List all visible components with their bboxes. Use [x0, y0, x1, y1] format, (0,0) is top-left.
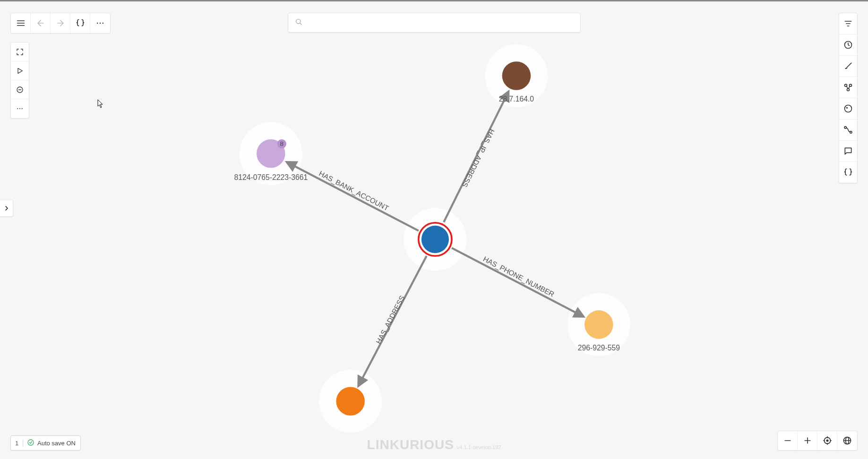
- svg-point-12: [103, 23, 104, 24]
- edge-label-phone: HAS_PHONE_NUMBER: [482, 255, 556, 298]
- node-bank-badge-text: 8: [280, 140, 284, 147]
- svg-point-10: [97, 23, 98, 24]
- node-addr[interactable]: [336, 387, 365, 416]
- top-toolbar: [10, 13, 111, 34]
- menu-button[interactable]: [11, 13, 31, 33]
- edge-label-addr: HAS_ADDRESS: [374, 294, 406, 345]
- search-bar: [288, 13, 581, 33]
- filter-icon: [843, 19, 853, 28]
- svg-point-31: [846, 107, 848, 109]
- clock-icon: [843, 40, 853, 50]
- search-icon: [295, 18, 302, 27]
- collapse-button[interactable]: [11, 80, 29, 99]
- node-ip[interactable]: [502, 61, 531, 90]
- history-button[interactable]: [839, 34, 857, 55]
- zoom-controls: [777, 431, 858, 450]
- layout-button[interactable]: [11, 61, 29, 80]
- svg-point-46: [28, 440, 34, 445]
- check-circle-icon: [27, 439, 34, 448]
- fullscreen-icon: [16, 48, 24, 56]
- path-icon: [843, 125, 853, 135]
- minus-circle-icon: [16, 86, 24, 94]
- dots-horizontal-icon: [16, 105, 24, 112]
- svg-point-30: [845, 105, 852, 112]
- watermark-brand: LINKURIOUS: [367, 437, 454, 452]
- center-node[interactable]: [421, 226, 449, 253]
- node-phone[interactable]: [584, 310, 613, 339]
- minus-icon: [783, 436, 792, 445]
- comment-button[interactable]: [839, 141, 857, 162]
- svg-point-20: [22, 108, 23, 109]
- fullscreen-button[interactable]: [11, 42, 29, 61]
- right-tools: [839, 13, 858, 183]
- brush-icon: [843, 61, 853, 71]
- world-button[interactable]: [837, 431, 857, 450]
- back-button[interactable]: [31, 13, 51, 33]
- svg-point-3: [567, 293, 630, 356]
- query-button[interactable]: [70, 13, 90, 33]
- edge-has-bank-account[interactable]: [287, 162, 419, 230]
- grouping-button[interactable]: [839, 77, 857, 98]
- autosave-count: 1: [11, 440, 23, 447]
- play-icon: [16, 67, 24, 75]
- forward-button[interactable]: [51, 13, 70, 33]
- braces-icon: [76, 18, 85, 28]
- graph-canvas[interactable]: HAS_IP_ADDRESS HAS_BANK_ACCOUNT HAS_PHON…: [0, 1, 868, 459]
- left-more-button[interactable]: [11, 99, 29, 118]
- menu-icon: [16, 18, 26, 28]
- nodes-icon: [843, 83, 853, 92]
- svg-point-19: [19, 108, 20, 109]
- target-icon: [823, 436, 832, 445]
- globe-icon: [842, 436, 852, 445]
- center-button[interactable]: [817, 431, 837, 450]
- more-button[interactable]: [90, 13, 110, 33]
- plus-icon: [803, 436, 812, 445]
- svg-line-14: [300, 23, 301, 25]
- center-node-ring: [419, 223, 452, 256]
- svg-line-28: [847, 86, 848, 89]
- svg-point-18: [17, 108, 18, 109]
- left-tools: [10, 42, 29, 119]
- edge-label-ip: HAS_IP_ADDRESS: [461, 128, 496, 188]
- svg-point-38: [826, 440, 828, 442]
- svg-line-29: [849, 86, 850, 89]
- arrow-left-icon: [36, 18, 45, 28]
- edge-label-bank: HAS_BANK_ACCOUNT: [318, 169, 390, 212]
- autosave-status[interactable]: 1 Auto save ON: [10, 435, 81, 450]
- orbit-icon: [843, 104, 853, 113]
- svg-point-0: [404, 208, 466, 271]
- style-button[interactable]: [839, 56, 857, 76]
- chevron-right-icon: [3, 204, 10, 212]
- node-phone-label: 296-929-559: [578, 344, 620, 352]
- node-bank[interactable]: [257, 139, 285, 168]
- svg-point-11: [100, 23, 101, 24]
- zoom-out-button[interactable]: [778, 431, 798, 450]
- node-bank-label: 8124-0765-2223-3661: [234, 173, 308, 181]
- node-bank-badge: [277, 139, 286, 148]
- search-input[interactable]: [307, 19, 574, 26]
- api-button[interactable]: [839, 162, 857, 183]
- geo-button[interactable]: [839, 98, 857, 119]
- svg-point-2: [240, 122, 302, 185]
- edge-has-phone-number[interactable]: [452, 248, 584, 316]
- watermark: LINKURIOUS v4.1.1-develop.192: [367, 437, 501, 452]
- dots-horizontal-icon: [95, 18, 105, 28]
- node-ip-label: 28.7.164.0: [499, 95, 534, 103]
- autosave-label: Auto save ON: [37, 440, 76, 447]
- filter-button[interactable]: [839, 13, 857, 34]
- cursor-icon: [97, 99, 104, 109]
- svg-marker-15: [18, 68, 22, 73]
- braces-icon: [843, 168, 853, 177]
- zoom-in-button[interactable]: [798, 431, 817, 450]
- path-button[interactable]: [839, 119, 857, 140]
- chat-icon: [843, 146, 853, 156]
- sidebar-toggle[interactable]: [0, 200, 13, 217]
- watermark-version: v4.1.1-develop.192: [457, 444, 501, 450]
- arrow-right-icon: [56, 18, 65, 28]
- edge-has-ip-address[interactable]: [444, 92, 508, 222]
- svg-point-27: [847, 89, 850, 91]
- svg-point-1: [485, 44, 548, 107]
- svg-point-4: [319, 370, 382, 433]
- edge-has-address[interactable]: [359, 256, 427, 386]
